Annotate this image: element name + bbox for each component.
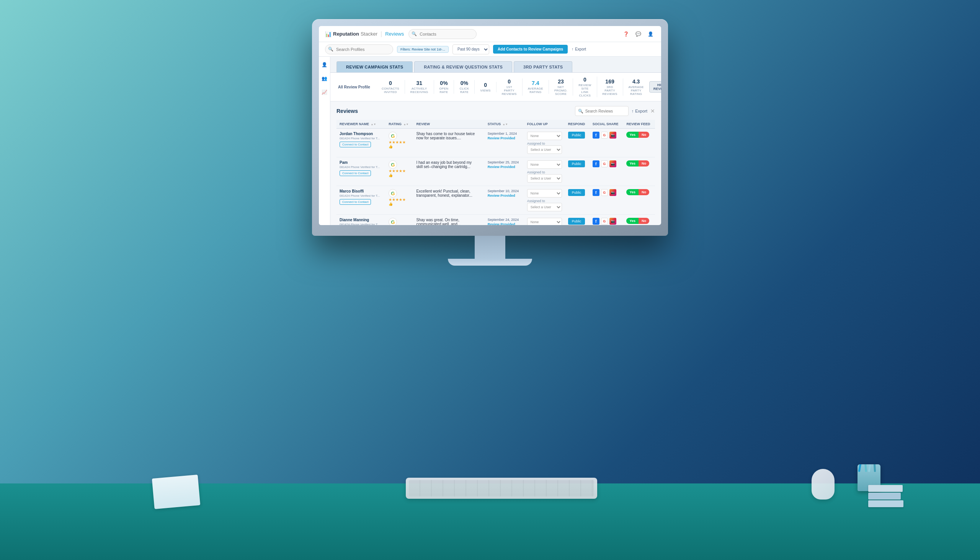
connect-button-0[interactable]: Connect to Contact xyxy=(340,142,371,147)
no-button-3[interactable]: No xyxy=(638,218,649,224)
logo-product: Stacker xyxy=(361,31,377,37)
google-social-icon-2[interactable]: G xyxy=(601,189,608,196)
export-button[interactable]: ↑ Export xyxy=(572,47,586,51)
hide-reviews-button[interactable]: HIDE REVIEWS xyxy=(649,81,661,93)
status-date-0: September 1, 2024 xyxy=(488,132,521,135)
sort-icon-status[interactable]: ▲▼ xyxy=(503,123,508,125)
assigned-row-1: Assigned to xyxy=(527,170,562,174)
filter-chip[interactable]: Filters: Review Site not 1st-... xyxy=(397,46,449,53)
cell-reviewer-2: Marco Bisoffi 081424 Phone Verified for … xyxy=(337,186,385,215)
instagram-icon-3[interactable]: 📷 xyxy=(610,218,616,225)
reviews-export-button[interactable]: ↑ Export xyxy=(632,109,647,113)
sidebar-icon-person[interactable]: 👤 xyxy=(320,60,329,69)
cell-review-1: I had an easy job but beyond my skill se… xyxy=(413,157,484,186)
google-social-icon-3[interactable]: G xyxy=(601,218,608,225)
export-label: Export xyxy=(575,47,586,51)
stat-actively-receiving-value: 31 xyxy=(416,80,422,86)
monitor-screen: 📊 Reputation Stacker | Reviews 🔍 ❓ xyxy=(319,26,661,225)
yes-button-0[interactable]: Yes xyxy=(626,132,638,138)
instagram-icon-2[interactable]: 📷 xyxy=(610,189,616,196)
reviewer-name-0: Jordan Thompson xyxy=(340,132,382,136)
review-text-1: I had an easy job but beyond my skill se… xyxy=(416,160,477,169)
search-profiles-input[interactable] xyxy=(325,44,393,54)
cell-rating-0: G ★★★★★ 👍 xyxy=(385,128,413,157)
google-icon-1: G xyxy=(388,160,397,169)
table-body: Jordan Thompson 081424 Phone Verified fo… xyxy=(337,128,655,225)
public-button-0[interactable]: Public xyxy=(568,132,585,138)
table-row: Dianne Manning 081424 Phone Verified for… xyxy=(337,215,655,225)
export-icon: ↑ xyxy=(572,47,573,51)
stat-open-rate: 0% OPEN RATE xyxy=(434,80,454,94)
sort-icon-rating[interactable]: ▲▼ xyxy=(403,123,409,125)
yes-button-3[interactable]: Yes xyxy=(626,218,638,224)
table-row: Marco Bisoffi 081424 Phone Verified for … xyxy=(337,186,655,215)
status-label-2: Review Provided xyxy=(488,194,521,198)
main-layout: 👤 👥 📈 REVIEW CAMPAIGN STATS RATING & REV… xyxy=(319,57,661,225)
help-icon-button[interactable]: ❓ xyxy=(621,30,630,39)
public-button-1[interactable]: Public xyxy=(568,160,585,167)
col-reviewer-name: REVIEWER NAME ▲▼ xyxy=(337,120,385,128)
books-stack xyxy=(868,485,903,507)
period-select[interactable]: Past 90 days xyxy=(452,44,489,54)
yes-button-2[interactable]: Yes xyxy=(626,189,638,195)
notification-icon-button[interactable]: 💬 xyxy=(633,30,643,39)
stat-views: 0 VIEWS xyxy=(475,82,496,92)
follow-up-select-3[interactable]: None xyxy=(527,218,562,225)
facebook-icon-3[interactable]: f xyxy=(593,218,600,225)
google-social-icon-1[interactable]: G xyxy=(601,160,608,167)
follow-up-select-0[interactable]: None xyxy=(527,132,562,140)
user-icon-button[interactable]: 👤 xyxy=(646,30,655,39)
no-button-2[interactable]: No xyxy=(638,189,649,195)
google-icon-2: G xyxy=(388,189,397,198)
sidebar-icon-group[interactable]: 👥 xyxy=(320,74,329,83)
cell-respond-3: Public xyxy=(565,215,590,225)
public-button-3[interactable]: Public xyxy=(568,218,585,225)
follow-up-select-1[interactable]: None xyxy=(527,160,562,169)
facebook-icon-1[interactable]: f xyxy=(593,160,600,167)
export-arrow-icon: ↑ xyxy=(632,109,634,113)
cell-review-3: Shay was great. On time, communicated we… xyxy=(413,215,484,225)
google-social-icon-0[interactable]: G xyxy=(601,132,608,138)
social-icons-1: f G 📷 xyxy=(593,160,620,167)
stat-net-promo-value: 23 xyxy=(558,78,564,85)
tab-rating-review-stats[interactable]: RATING & REVIEW QUESTION STATS xyxy=(414,61,512,72)
app-container: 📊 Reputation Stacker | Reviews 🔍 ❓ xyxy=(319,26,661,225)
thumbs-icon-0: 👍 xyxy=(388,145,393,148)
no-button-0[interactable]: No xyxy=(638,132,649,138)
assign-user-select-0[interactable]: Select a User xyxy=(527,145,562,154)
assign-user-select-2[interactable]: Select a User xyxy=(527,203,562,211)
stat-contacts-invited-value: 0 xyxy=(389,80,392,86)
reviews-close-button[interactable]: ✕ xyxy=(650,108,655,114)
follow-up-select-2[interactable]: None xyxy=(527,189,562,198)
tab-review-campaign-stats[interactable]: REVIEW CAMPAIGN STATS xyxy=(337,61,413,72)
logo-divider: | xyxy=(380,31,382,38)
cell-respond-2: Public xyxy=(565,186,590,215)
connect-button-1[interactable]: Connect to Contact xyxy=(340,170,371,176)
sidebar-icon-chart[interactable]: 📈 xyxy=(320,88,329,97)
yes-no-1: Yes No xyxy=(626,160,649,167)
stat-click-rate-label: CLICK RATE xyxy=(459,87,469,94)
no-button-1[interactable]: No xyxy=(638,160,649,167)
instagram-icon-1[interactable]: 📷 xyxy=(610,160,616,167)
main-content: REVIEW CAMPAIGN STATS RATING & REVIEW QU… xyxy=(330,57,661,225)
facebook-icon-0[interactable]: f xyxy=(593,132,600,138)
stat-3rd-party-label: 3RD PARTY REVIEWS xyxy=(603,85,617,96)
instagram-icon-0[interactable]: 📷 xyxy=(610,132,616,138)
search-contacts-wrap: 🔍 xyxy=(408,29,477,39)
public-button-2[interactable]: Public xyxy=(568,189,585,196)
facebook-icon-2[interactable]: f xyxy=(593,189,600,196)
social-icons-3: f G 📷 xyxy=(593,218,620,225)
col-social-share: SOCIAL SHARE xyxy=(590,120,623,128)
tab-3rd-party-stats[interactable]: 3RD PARTY STATS xyxy=(514,61,572,72)
stat-1st-party-label: 1ST PARTY REVIEWS xyxy=(502,85,517,96)
cell-follow-up-2: None Assigned to Select a User xyxy=(524,186,565,215)
sort-icon-name[interactable]: ▲▼ xyxy=(371,123,376,125)
cell-review-feed-0: Yes No xyxy=(623,128,655,157)
cell-rating-1: G ★★★★★ 👍 xyxy=(385,157,413,186)
assign-user-select-1[interactable]: Select a User xyxy=(527,174,562,183)
yes-button-1[interactable]: Yes xyxy=(626,160,638,167)
search-contacts-input[interactable] xyxy=(408,29,477,39)
connect-button-2[interactable]: Connect to Contact xyxy=(340,199,371,205)
logo-area: 📊 Reputation Stacker | Reviews xyxy=(325,31,404,38)
add-contacts-button[interactable]: Add Contacts to Review Campaigns xyxy=(493,45,568,53)
